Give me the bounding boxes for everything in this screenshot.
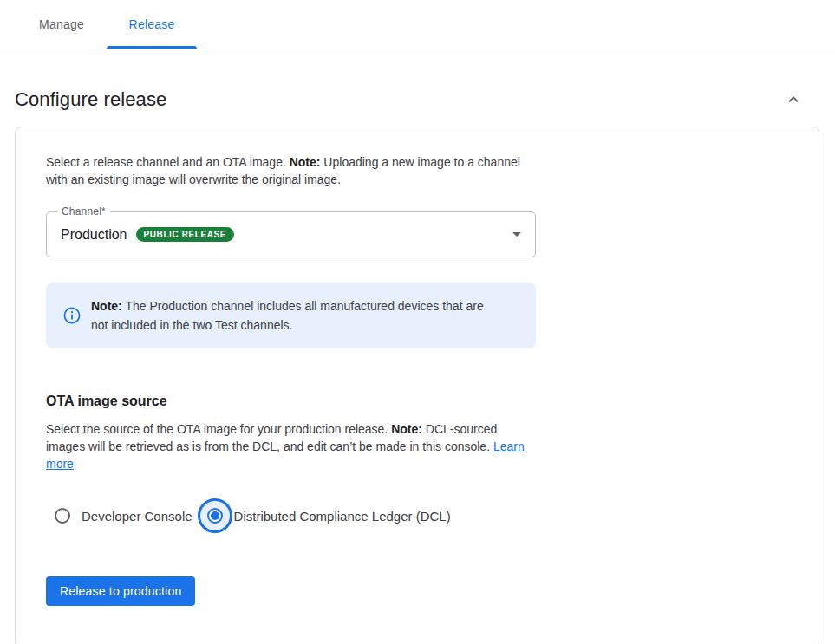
radio-dcl[interactable]: Distributed Compliance Ledger (DCL) (192, 498, 451, 533)
channel-selected-value: Production (61, 227, 127, 243)
radio-selected-icon (207, 508, 223, 524)
release-to-production-button[interactable]: Release to production (46, 576, 195, 606)
channel-select[interactable]: Channel* Production PUBLIC RELEASE (46, 211, 536, 257)
info-note-box: Note: The Production channel includes al… (46, 283, 536, 348)
intro-note-label: Note: (290, 155, 321, 169)
page: Manage Release Configure release Select … (0, 0, 835, 644)
intro-pre: Select a release channel and an OTA imag… (46, 155, 290, 169)
page-title: Configure release (15, 88, 166, 111)
tab-manage[interactable]: Manage (16, 0, 107, 49)
note-label: Note: (91, 299, 122, 313)
configure-release-card: Select a release channel and an OTA imag… (15, 127, 819, 644)
tab-release[interactable]: Release (107, 0, 197, 49)
info-icon (63, 307, 81, 324)
intro-text: Select a release channel and an OTA imag… (46, 153, 532, 188)
ota-image-source-heading: OTA image source (46, 394, 788, 409)
desc-pre: Select the source of the OTA image for y… (46, 422, 391, 436)
public-release-badge: PUBLIC RELEASE (136, 227, 235, 242)
section-header: Configure release (15, 88, 811, 111)
radio-selected-focus-ring (198, 498, 232, 533)
note-text: The Production channel includes all manu… (91, 299, 484, 332)
info-note-text: Note: The Production channel includes al… (91, 296, 503, 335)
ota-source-description: Select the source of the OTA image for y… (46, 420, 536, 472)
tab-bar: Manage Release (0, 0, 835, 49)
desc-note-label: Note: (391, 422, 422, 436)
radio-developer-console[interactable]: Developer Console (55, 508, 192, 524)
dropdown-caret-icon (512, 232, 521, 237)
radio-unselected-icon (55, 508, 70, 524)
radio-dcl-label: Distributed Compliance Ledger (DCL) (234, 509, 451, 524)
channel-field-label: Channel* (57, 205, 110, 218)
radio-developer-console-label: Developer Console (82, 509, 192, 524)
collapse-chevron-up-icon[interactable] (783, 89, 804, 110)
ota-source-radio-group: Developer Console Distributed Compliance… (55, 498, 788, 533)
